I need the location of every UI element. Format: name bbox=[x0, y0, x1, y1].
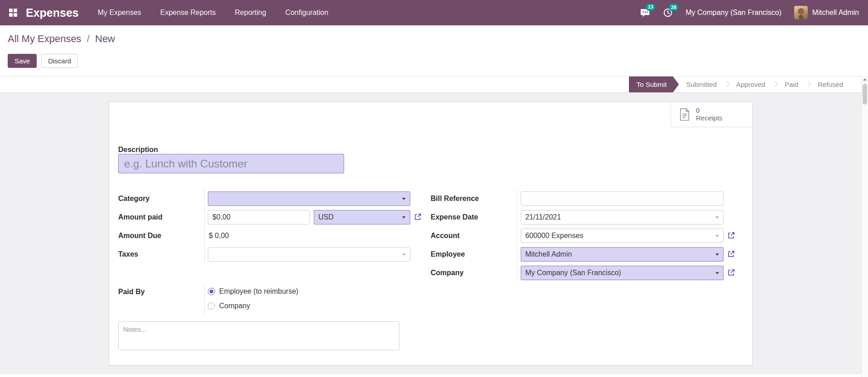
category-label: Category bbox=[118, 194, 149, 203]
employee-external-link-icon[interactable] bbox=[727, 250, 735, 258]
chevron-separator-icon bbox=[724, 81, 729, 87]
amount-due-value: $ 0,00 bbox=[208, 232, 229, 240]
activities-button[interactable]: 26 bbox=[663, 8, 673, 18]
description-input[interactable] bbox=[118, 154, 344, 173]
paid-by-label: Paid By bbox=[118, 287, 145, 296]
receipts-label: Receipts bbox=[696, 114, 722, 122]
breadcrumb-parent-link[interactable]: All My Expenses bbox=[8, 33, 82, 44]
account-value: 600000 Expenses bbox=[525, 232, 583, 240]
scroll-up-arrow[interactable] bbox=[862, 76, 868, 83]
chevron-down-icon bbox=[715, 272, 719, 274]
company-value: My Company (San Francisco) bbox=[525, 269, 621, 277]
main-menu: My Expenses Expense Reports Reporting Co… bbox=[98, 6, 328, 19]
expense-date-input[interactable]: 21/11/2021 bbox=[521, 210, 724, 224]
paid-by-option-company[interactable]: Company bbox=[208, 300, 431, 312]
employee-select[interactable]: Mitchell Admin bbox=[521, 247, 724, 262]
field-groups: Category Amount paid USD bbox=[118, 189, 743, 352]
paid-by-company-label: Company bbox=[219, 302, 250, 310]
receipts-count: 0 bbox=[696, 107, 722, 115]
description-label: Description bbox=[118, 145, 743, 154]
chevron-down-icon bbox=[715, 235, 719, 237]
radio-unselected-icon[interactable] bbox=[208, 302, 215, 310]
vertical-scrollbar[interactable] bbox=[861, 76, 868, 377]
chevron-down-icon bbox=[715, 253, 719, 256]
navbar-right: 13 26 My Company (San Francisco) Mitchel… bbox=[640, 6, 859, 19]
receipts-stat-text: 0 Receipts bbox=[696, 107, 722, 123]
apps-menu-button[interactable] bbox=[7, 7, 19, 19]
taxes-select[interactable] bbox=[208, 247, 410, 262]
user-name: Mitchell Admin bbox=[812, 9, 859, 17]
user-menu[interactable]: Mitchell Admin bbox=[794, 6, 859, 19]
control-panel: All My Expenses / New Save Discard bbox=[0, 25, 868, 76]
status-step-approved[interactable]: Approved bbox=[729, 76, 772, 92]
account-label: Account bbox=[431, 231, 460, 240]
chevron-down-icon bbox=[402, 216, 406, 219]
currency-select[interactable]: USD bbox=[314, 210, 410, 224]
status-step-to-submit[interactable]: To Submit bbox=[629, 76, 679, 92]
top-navbar: Expenses My Expenses Expense Reports Rep… bbox=[0, 0, 868, 25]
employee-label: Employee bbox=[431, 250, 465, 258]
activities-count-badge: 26 bbox=[669, 4, 678, 11]
menu-configuration[interactable]: Configuration bbox=[285, 6, 328, 19]
notes-textarea[interactable] bbox=[118, 321, 399, 350]
breadcrumb-current: New bbox=[95, 33, 115, 44]
bill-reference-input[interactable] bbox=[521, 191, 724, 206]
expense-form-sheet: 0 Receipts Description Category bbox=[109, 102, 753, 366]
breadcrumb: All My Expenses / New bbox=[8, 33, 868, 45]
menu-expense-reports[interactable]: Expense Reports bbox=[160, 6, 216, 19]
status-step-refused[interactable]: Refused bbox=[810, 76, 850, 92]
expense-date-label: Expense Date bbox=[431, 213, 478, 221]
radio-selected-icon[interactable] bbox=[208, 288, 215, 295]
left-field-group: Category Amount paid USD bbox=[118, 189, 431, 352]
expense-date-value: 21/11/2021 bbox=[525, 213, 561, 221]
apps-grid-icon bbox=[9, 8, 18, 17]
save-button[interactable]: Save bbox=[8, 54, 37, 68]
chevron-separator-icon bbox=[772, 81, 778, 87]
menu-my-expenses[interactable]: My Expenses bbox=[98, 6, 141, 19]
statusbar: To Submit Submitted Approved Paid Refuse… bbox=[0, 76, 861, 93]
taxes-label: Taxes bbox=[118, 250, 138, 258]
breadcrumb-separator: / bbox=[87, 33, 90, 44]
company-select[interactable]: My Company (San Francisco) bbox=[521, 266, 724, 280]
status-step-paid[interactable]: Paid bbox=[777, 76, 806, 92]
chevron-separator-icon bbox=[805, 81, 811, 87]
avatar bbox=[794, 6, 808, 19]
category-select[interactable] bbox=[208, 191, 410, 206]
amount-paid-input[interactable] bbox=[208, 210, 310, 224]
receipts-stat-button[interactable]: 0 Receipts bbox=[671, 102, 752, 127]
scrollbar-thumb[interactable] bbox=[863, 84, 867, 105]
messages-button[interactable]: 13 bbox=[640, 8, 650, 18]
amount-paid-label: Amount paid bbox=[118, 213, 163, 221]
paid-by-employee-label: Employee (to reimburse) bbox=[219, 287, 298, 296]
right-field-group: Bill Reference Expense Date 21/11/2021 A… bbox=[431, 189, 743, 352]
chevron-down-icon bbox=[402, 253, 406, 256]
discard-button[interactable]: Discard bbox=[41, 54, 78, 68]
paid-by-option-employee[interactable]: Employee (to reimburse) bbox=[208, 286, 431, 297]
account-external-link-icon[interactable] bbox=[727, 231, 735, 240]
currency-external-link-icon[interactable] bbox=[413, 213, 422, 221]
menu-reporting[interactable]: Reporting bbox=[235, 6, 266, 19]
company-external-link-icon[interactable] bbox=[727, 268, 735, 277]
chevron-down-icon bbox=[715, 216, 719, 219]
amount-due-label: Amount Due bbox=[118, 231, 161, 240]
app-title[interactable]: Expenses bbox=[26, 6, 79, 19]
company-label: Company bbox=[431, 268, 464, 277]
company-switcher[interactable]: My Company (San Francisco) bbox=[686, 9, 782, 17]
receipt-document-icon bbox=[678, 108, 691, 121]
content-area: 0 Receipts Description Category bbox=[0, 93, 861, 374]
employee-value: Mitchell Admin bbox=[525, 250, 572, 258]
currency-value: USD bbox=[318, 213, 334, 221]
account-select[interactable]: 600000 Expenses bbox=[521, 229, 724, 243]
messages-count-badge: 13 bbox=[646, 4, 655, 11]
paid-by-field: Paid By Employee (to reimburse) Company bbox=[118, 286, 431, 315]
bill-reference-label: Bill Reference bbox=[431, 194, 479, 203]
status-step-submitted[interactable]: Submitted bbox=[679, 76, 724, 92]
chevron-down-icon bbox=[402, 198, 406, 200]
action-buttons: Save Discard bbox=[8, 54, 868, 68]
